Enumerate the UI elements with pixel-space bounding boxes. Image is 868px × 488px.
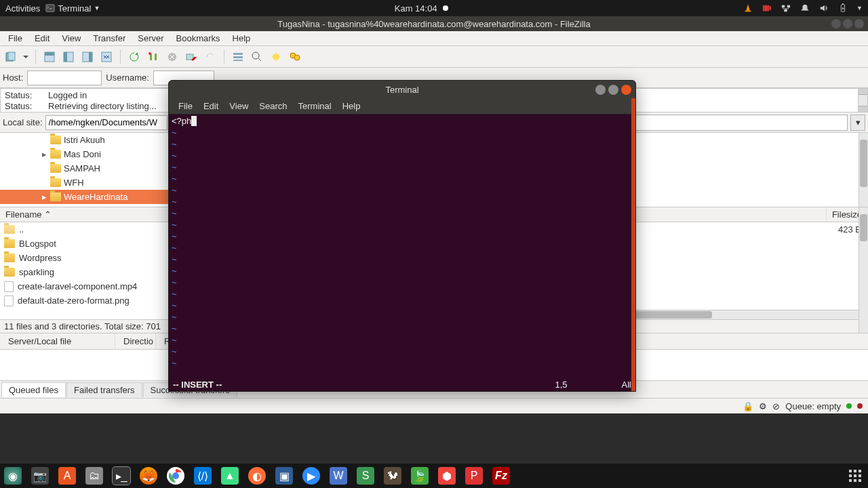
compare-button[interactable] xyxy=(249,49,265,65)
term-menu-view[interactable]: View xyxy=(224,100,254,113)
transfer-col-server[interactable]: Server/Local file xyxy=(0,333,115,349)
network-icon[interactable] xyxy=(781,3,791,14)
statusbar: 🔒 ⚙ ⊘ Queue: empty xyxy=(0,399,868,413)
cancel-button[interactable] xyxy=(164,49,180,65)
dock-files[interactable]: 🗂 xyxy=(85,467,103,485)
gnome-topbar: Activities Terminal ▼ Kam 14:04 ▼ xyxy=(0,0,868,16)
sync-browse-button[interactable] xyxy=(268,49,284,65)
site-manager-button[interactable] xyxy=(3,49,19,65)
terminal-titlebar[interactable]: Terminal xyxy=(169,81,635,98)
remote-site-dropdown[interactable]: ▾ xyxy=(850,115,865,131)
dock-filezilla[interactable]: Fz xyxy=(492,467,510,485)
folder-icon xyxy=(50,136,61,144)
tab-queued[interactable]: Queued files xyxy=(1,382,66,397)
vlc-tray-icon[interactable] xyxy=(743,3,753,14)
tab-failed[interactable]: Failed transfers xyxy=(66,382,142,397)
vim-content: <?ph xyxy=(172,116,191,126)
maximize-button[interactable] xyxy=(843,19,852,28)
gear-icon[interactable]: ⚙ xyxy=(759,401,767,411)
disconnect-button[interactable] xyxy=(183,49,199,65)
svg-point-28 xyxy=(172,472,179,479)
svg-rect-4 xyxy=(787,5,790,8)
dock-apps-grid-icon[interactable] xyxy=(849,470,861,482)
toggle-tree-button[interactable] xyxy=(60,49,77,65)
dock-ubuntu-software[interactable]: A xyxy=(58,467,76,485)
dock-chrome[interactable] xyxy=(167,467,184,485)
dock-vscode[interactable]: ⟨/⟩ xyxy=(194,467,212,485)
terminal-window: Terminal File Edit View Search Terminal … xyxy=(168,80,636,392)
toggle-remote-tree-button[interactable] xyxy=(79,49,96,65)
filezilla-toolbar xyxy=(0,46,868,68)
dock-postman[interactable]: ◐ xyxy=(248,467,266,485)
remote-list-scrollbar[interactable] xyxy=(859,207,868,333)
term-menu-help[interactable]: Help xyxy=(337,100,366,113)
username-label: Username: xyxy=(106,73,149,83)
svg-rect-0 xyxy=(46,5,54,12)
dock-screenshot[interactable]: 📷 xyxy=(31,467,49,485)
find-button[interactable] xyxy=(287,49,303,65)
term-menu-terminal[interactable]: Terminal xyxy=(293,100,337,113)
dock-mongo[interactable]: 🍃 xyxy=(411,467,429,485)
close-button[interactable] xyxy=(854,19,864,28)
refresh-button[interactable] xyxy=(126,49,142,65)
clock[interactable]: Kam 14:04 xyxy=(395,3,437,14)
screencast-tray-icon[interactable] xyxy=(762,3,772,14)
transfer-col-direction[interactable]: Directio xyxy=(115,333,156,349)
term-maximize[interactable] xyxy=(608,85,618,95)
term-menu-search[interactable]: Search xyxy=(254,100,292,113)
dock-zoom[interactable]: ▶ xyxy=(302,467,320,485)
menu-help[interactable]: Help xyxy=(227,32,256,45)
terminal-body[interactable]: <?ph ~~~ ~~~ ~~~ ~~~ ~~~ ~~~ ~~~ xyxy=(169,115,635,376)
reconnect-button[interactable] xyxy=(202,49,218,65)
site-manager-dropdown[interactable] xyxy=(22,53,30,61)
vim-statusline: -- INSERT -- 1,5 All xyxy=(169,378,635,391)
folder-icon xyxy=(4,239,15,248)
svg-rect-15 xyxy=(89,52,92,62)
dock-wps-writer[interactable]: W xyxy=(330,467,347,485)
menu-edit[interactable]: Edit xyxy=(29,32,55,45)
process-queue-button[interactable] xyxy=(145,49,161,65)
host-input[interactable] xyxy=(27,70,102,85)
svg-point-23 xyxy=(252,52,259,59)
app-menu[interactable]: Terminal ▼ xyxy=(45,3,100,14)
term-menu-edit[interactable]: Edit xyxy=(198,100,224,113)
folder-icon xyxy=(50,178,61,187)
dock-firefox[interactable]: 🦊 xyxy=(140,467,157,485)
dock-terminal[interactable]: ▸_ xyxy=(113,467,130,485)
term-menu-file[interactable]: File xyxy=(173,100,198,113)
menu-view[interactable]: View xyxy=(56,32,86,45)
toggle-queue-button[interactable] xyxy=(98,49,115,65)
system-menu-chevron-icon[interactable]: ▼ xyxy=(856,5,863,12)
folder-icon xyxy=(4,253,15,262)
local-site-input[interactable] xyxy=(45,115,167,130)
file-icon xyxy=(4,296,14,306)
dock-wps-spreadsheet[interactable]: S xyxy=(357,467,374,485)
dock-android-studio[interactable]: ▲ xyxy=(221,467,239,485)
volume-icon[interactable] xyxy=(818,3,829,14)
menu-server[interactable]: Server xyxy=(132,32,169,45)
queue-status: Queue: empty xyxy=(785,401,841,411)
svg-rect-3 xyxy=(782,5,785,8)
remote-tree-scrollbar[interactable] xyxy=(859,133,868,207)
notifications-icon[interactable] xyxy=(800,3,810,14)
svg-rect-9 xyxy=(8,52,15,60)
dock-pdf[interactable]: P xyxy=(465,467,483,485)
battery-icon[interactable] xyxy=(837,3,848,14)
minimize-button[interactable] xyxy=(831,19,841,28)
dock-anydesk[interactable]: ⬢ xyxy=(438,467,456,485)
term-close[interactable] xyxy=(621,85,631,95)
dock-dbeaver[interactable]: 🐿 xyxy=(384,467,401,485)
term-minimize[interactable] xyxy=(595,85,606,95)
dock-virtualbox[interactable]: ▣ xyxy=(275,467,293,485)
log-scrollbar[interactable] xyxy=(858,89,867,112)
menu-transfer[interactable]: Transfer xyxy=(87,32,131,45)
filter-button[interactable] xyxy=(230,49,246,65)
svg-rect-1 xyxy=(745,11,751,12)
folder-icon xyxy=(4,268,15,277)
toggle-log-button[interactable] xyxy=(41,49,58,65)
dock-show-apps[interactable]: ◉ xyxy=(4,467,22,485)
activities-button[interactable]: Activities xyxy=(5,3,40,14)
menu-bookmarks[interactable]: Bookmarks xyxy=(171,32,226,45)
menu-file[interactable]: File xyxy=(3,32,28,45)
svg-rect-7 xyxy=(842,3,844,5)
